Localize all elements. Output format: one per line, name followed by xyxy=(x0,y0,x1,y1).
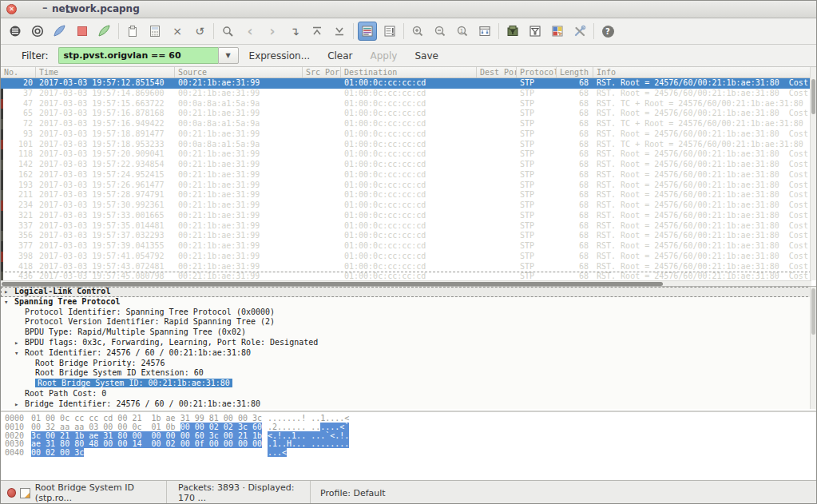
table-row[interactable]: 3212017-03-03 19:57:33.00166500:21:1b:ae… xyxy=(1,211,811,221)
cell-source: 00:21:1b:ae:31:99 xyxy=(175,211,303,221)
table-row[interactable]: 2342017-03-03 19:57:30.99236100:21:1b:ae… xyxy=(1,200,811,211)
collapsed-arrow-icon[interactable]: ▸ xyxy=(14,338,25,348)
status-bar: Root Bridge System ID (stp.ro... Packets… xyxy=(1,480,816,504)
table-row[interactable]: 3772017-03-03 19:57:39.04135500:21:1b:ae… xyxy=(1,241,811,252)
status-profile[interactable]: Profile: Default xyxy=(311,488,386,498)
column-header-source[interactable]: Source xyxy=(175,67,303,77)
tree-row[interactable]: Protocol Version Identifier: Rapid Spann… xyxy=(1,317,816,327)
cell-length: 68 xyxy=(557,221,593,232)
collapsed-arrow-icon[interactable]: ▸ xyxy=(4,287,14,297)
table-row[interactable]: 4182017-03-03 19:57:43.07248100:21:1b:ae… xyxy=(1,262,811,272)
filter-input[interactable]: stp.pvst.origvlan == 60 xyxy=(58,47,218,64)
hex-row[interactable]: 004000 02 00 3c...< xyxy=(5,449,816,458)
capture-filters-icon[interactable] xyxy=(502,21,524,42)
capture-annotation-icon[interactable] xyxy=(20,488,30,498)
table-row[interactable]: 1422017-03-03 19:57:22.93485400:21:1b:ae… xyxy=(1,160,811,170)
table-row[interactable]: 1932017-03-03 19:57:26.96147700:21:1b:ae… xyxy=(1,181,811,191)
save-file-icon[interactable] xyxy=(144,21,166,42)
expert-info-icon[interactable] xyxy=(7,488,16,498)
cell-src-port xyxy=(303,129,341,140)
table-row[interactable]: 932017-03-03 19:57:18.89147700:21:1b:ae:… xyxy=(1,129,811,140)
stop-capture-icon[interactable] xyxy=(71,21,93,42)
expression-button[interactable]: Expression... xyxy=(249,50,311,62)
zoom-original-icon[interactable]: 1 xyxy=(451,21,474,42)
auto-scroll-icon[interactable] xyxy=(379,21,401,42)
column-header-time[interactable]: Time xyxy=(36,67,175,77)
hex-row[interactable]: 001000 32 aa aa 03 00 00 0c 01 0b 00 00 … xyxy=(5,423,816,432)
go-forward-icon[interactable]: › xyxy=(261,21,284,42)
table-row[interactable]: 372017-03-03 19:57:14.86960000:21:1b:ae:… xyxy=(1,89,811,99)
table-row[interactable]: 4362017-03-03 19:57:45.08079800:21:1b:ae… xyxy=(1,272,811,280)
find-packet-icon[interactable] xyxy=(216,21,239,42)
table-row[interactable]: 1182017-03-03 19:57:20.90904100:21:1b:ae… xyxy=(1,149,811,160)
cell-destination: 01:00:0c:cc:cc:cd xyxy=(341,221,477,232)
tree-row[interactable]: Root Bridge System ID Extension: 60 xyxy=(1,368,816,379)
tree-row[interactable]: Protocol Identifier: Spanning Tree Proto… xyxy=(1,308,816,318)
cell-destination: 01:00:0c:cc:cc:cd xyxy=(341,241,477,252)
column-header-src-port[interactable]: Src Port xyxy=(303,67,341,77)
column-header-destination[interactable]: Destination xyxy=(341,67,477,77)
window-title: network.pcapng xyxy=(1,3,816,14)
tree-row[interactable]: ▸Bridge Identifier: 24576 / 60 / 00:21:1… xyxy=(1,399,816,409)
help-icon[interactable]: ? xyxy=(597,21,619,42)
reload-icon[interactable]: ↺ xyxy=(188,21,211,42)
column-header-protocol[interactable]: Protocol xyxy=(517,67,557,77)
column-header-no[interactable]: No. xyxy=(1,67,36,77)
table-row[interactable]: 202017-03-03 19:57:12.85154000:21:1b:ae:… xyxy=(1,78,811,89)
colorize-packets-icon[interactable] xyxy=(358,22,377,41)
row-color-marker xyxy=(1,160,3,170)
detail-tree-scrollbar-thumb[interactable] xyxy=(811,288,815,335)
table-row[interactable]: 2112017-03-03 19:57:28.97479100:21:1b:ae… xyxy=(1,190,811,200)
clear-button[interactable]: Clear xyxy=(327,50,352,62)
resize-columns-icon[interactable] xyxy=(474,21,496,42)
hex-row[interactable]: 0030ae 31 80 80 48 00 00 14 00 02 00 0f … xyxy=(5,440,816,449)
table-row[interactable]: 3372017-03-03 19:57:35.01448100:21:1b:ae… xyxy=(1,221,811,232)
table-row[interactable]: 722017-03-03 19:57:16.94942200:0a:8a:a1:… xyxy=(1,119,811,129)
table-row[interactable]: 472017-03-03 19:57:15.66372200:0a:8a:a1:… xyxy=(1,99,811,109)
cell-src-port xyxy=(303,190,341,200)
tree-row[interactable]: ▾Spanning Tree Protocol xyxy=(1,297,816,308)
table-row[interactable]: 1012017-03-03 19:57:18.95323300:0a:8a:a1… xyxy=(1,140,811,150)
column-header-length[interactable]: Length xyxy=(557,67,593,77)
restart-capture-icon[interactable] xyxy=(93,21,116,42)
go-to-top-icon[interactable] xyxy=(306,21,328,42)
column-header-dest-port[interactable]: Dest Port xyxy=(477,67,517,77)
table-row[interactable]: 652017-03-03 19:57:16.87816800:21:1b:ae:… xyxy=(1,109,811,119)
zoom-in-icon[interactable] xyxy=(407,21,429,42)
tree-row[interactable]: Root Bridge System ID: 00:21:1b:ae:31:80 xyxy=(1,379,816,389)
packet-list-scrollbar[interactable] xyxy=(810,67,816,280)
expanded-arrow-icon[interactable]: ▾ xyxy=(4,297,14,308)
save-button[interactable]: Save xyxy=(414,50,438,62)
capture-options-icon[interactable] xyxy=(26,21,49,42)
tree-row[interactable]: Root Path Cost: 0 xyxy=(1,389,816,399)
coloring-rules-icon[interactable] xyxy=(546,21,569,42)
interfaces-icon[interactable] xyxy=(4,21,26,42)
tree-row[interactable]: ▸Logical-Link Control xyxy=(1,287,816,297)
tree-row[interactable]: ▾Root Identifier: 24576 / 60 / 00:21:1b:… xyxy=(1,348,816,359)
tree-row[interactable]: ▸BPDU flags: 0x3c, Forwarding, Learning,… xyxy=(1,338,816,348)
table-row[interactable]: 3982017-03-03 19:57:41.05479200:21:1b:ae… xyxy=(1,252,811,262)
go-back-icon[interactable]: ‹ xyxy=(239,21,261,42)
table-row[interactable]: 3562017-03-03 19:57:37.03229300:21:1b:ae… xyxy=(1,231,811,241)
tree-row[interactable]: BPDU Type: Rapid/Multiple Spanning Tree … xyxy=(1,327,816,338)
close-file-icon[interactable]: × xyxy=(166,21,188,42)
apply-button[interactable]: Apply xyxy=(371,50,398,62)
detail-tree-scrollbar[interactable] xyxy=(810,287,816,409)
cell-info: RST. Root = 24576/60/00:21:1b:ae:31:80 C… xyxy=(593,181,811,191)
zoom-out-icon[interactable] xyxy=(429,21,451,42)
tree-row[interactable]: Root Bridge Priority: 24576 xyxy=(1,359,816,369)
open-file-icon[interactable] xyxy=(121,21,144,42)
cell-dest-port xyxy=(477,190,517,200)
start-capture-icon[interactable] xyxy=(49,21,71,42)
column-header-info[interactable]: Info xyxy=(593,67,811,77)
packet-list-scrollbar-thumb[interactable] xyxy=(811,79,815,114)
go-to-packet-icon[interactable]: ↴ xyxy=(284,21,306,42)
expanded-arrow-icon[interactable]: ▾ xyxy=(14,348,25,359)
filter-dropdown-button[interactable]: ▼ xyxy=(218,47,239,64)
cell-no: 436 xyxy=(1,272,36,280)
preferences-icon[interactable] xyxy=(569,21,591,42)
table-row[interactable]: 1622017-03-03 19:57:24.95241500:21:1b:ae… xyxy=(1,170,811,181)
display-filters-icon[interactable] xyxy=(524,21,546,42)
go-to-bottom-icon[interactable] xyxy=(328,21,351,42)
collapsed-arrow-icon[interactable]: ▸ xyxy=(14,399,25,409)
